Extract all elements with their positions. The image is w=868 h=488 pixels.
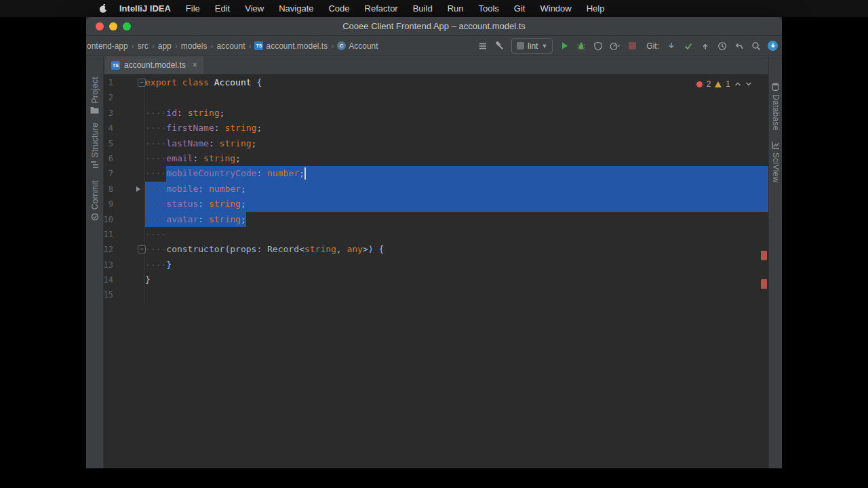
code-line[interactable]: 8····mobile: number; [104,182,768,197]
code-line[interactable]: 4····firstName: string; [104,121,768,136]
code-token: string [203,153,235,163]
debug-button[interactable] [576,41,587,52]
code-text[interactable] [145,287,768,302]
tool-button-commit[interactable]: Commit [86,180,103,221]
code-text[interactable]: ···· [145,227,768,242]
code-text[interactable]: ····} [145,258,768,272]
error-stripe-mark[interactable] [761,251,767,260]
code-text[interactable]: } [145,272,768,287]
code-line[interactable]: 6····email: string; [104,151,768,166]
git-update-project-button[interactable] [666,41,677,52]
code-line[interactable]: 10····avatar: string; [104,212,768,227]
code-text[interactable]: ····mobile: number; [145,182,768,197]
previous-problem-button[interactable] [734,81,741,87]
code-text[interactable]: ····mobileCountryCode: number; [145,166,768,181]
tool-button-project[interactable]: Project [86,77,103,114]
breadcrumb-item-src[interactable]: src [138,41,149,51]
code-line[interactable]: 1−export class Account { [104,75,768,90]
menu-item-build[interactable]: Build [406,3,440,14]
code-editor[interactable]: 1−export class Account {23····id: string… [104,75,768,468]
menu-item-file[interactable]: File [178,3,208,14]
breadcrumb-label: account [216,41,245,51]
ide-updates-icon[interactable] [768,41,778,51]
menu-item-git[interactable]: Git [507,3,533,14]
menu-item-help[interactable]: Help [579,3,612,14]
code-line[interactable]: 14} [104,272,768,287]
code-line[interactable]: 12−····constructor(props: Record<string,… [104,242,768,257]
tool-button-sciview[interactable]: SciView [769,141,782,183]
line-number: 15 [104,287,113,302]
structure-list-icon[interactable] [477,41,488,52]
apple-menu-icon[interactable] [99,3,108,14]
breadcrumb-item-account-model-ts[interactable]: TSaccount.model.ts [254,41,328,51]
line-number: 11 [104,227,113,242]
menu-item-edit[interactable]: Edit [208,3,237,14]
window-title: Cooee Client Frontend App – account.mode… [86,17,782,36]
error-stripe[interactable] [760,75,768,468]
tab-close-icon[interactable]: × [193,60,197,70]
search-everywhere-icon[interactable] [751,41,762,52]
gutter: 13 [104,258,145,272]
line-number: 14 [104,272,113,287]
menu-item-window[interactable]: Window [532,3,578,14]
code-text[interactable]: ····status: string; [145,197,768,211]
code-text[interactable]: ····lastName: string; [145,136,768,151]
error-stripe-mark[interactable] [761,279,767,289]
menu-item-navigate[interactable]: Navigate [271,3,321,14]
code-token: : [193,153,203,163]
code-line[interactable]: 9····status: string; [104,197,768,211]
profiler-button[interactable] [610,41,620,52]
build-hammer-icon[interactable] [494,41,505,52]
menu-item-run[interactable]: Run [440,3,471,14]
code-text[interactable]: ····id: string; [145,106,768,121]
code-line[interactable]: 13····} [104,258,768,272]
menu-item-view[interactable]: View [237,3,271,14]
menu-item-code[interactable]: Code [321,3,357,14]
code-text[interactable] [145,90,768,105]
gutter: 3 [104,106,145,121]
tool-button-label: Commit [90,180,100,209]
code-text[interactable]: ····constructor(props: Record<string, an… [145,242,768,257]
code-line[interactable]: 7····mobileCountryCode: number; [104,166,768,181]
next-problem-button[interactable] [745,81,752,87]
git-push-button[interactable] [700,41,711,52]
breadcrumb-item-ontend-app[interactable]: ontend-app [87,41,128,51]
line-text: } [145,274,151,285]
code-token: ···· [145,214,166,224]
code-token: mobileCountryCode [166,168,256,178]
tool-button-structure[interactable]: Structure [86,123,103,169]
window-title-bar[interactable]: Cooee Client Frontend App – account.mode… [86,17,782,36]
code-text[interactable]: ····firstName: string; [145,121,768,136]
code-token: Record [267,244,299,254]
rollback-button[interactable] [734,41,745,52]
breadcrumb-item-account[interactable]: account [216,41,245,51]
menu-item-tools[interactable]: Tools [471,3,506,14]
git-commit-button[interactable] [683,41,694,52]
line-text: ····mobileCountryCode: number; [145,168,304,178]
breadcrumb-item-account[interactable]: CAccount [337,41,378,51]
menu-item-refactor[interactable]: Refactor [357,3,406,14]
menu-item-intellij-idea[interactable]: IntelliJ IDEA [112,3,178,14]
code-text[interactable]: ····email: string; [145,151,768,166]
git-label: Git: [646,41,659,51]
breadcrumb-item-app[interactable]: app [158,41,172,51]
code-text[interactable]: export class Account { [145,75,768,90]
breadcrumb-label: Account [349,41,378,51]
tool-button-database[interactable]: Database [769,83,782,131]
code-line[interactable]: 15 [104,287,768,302]
inspections-widget[interactable]: 2 1 [696,79,752,89]
stop-button[interactable] [627,41,637,52]
code-line[interactable]: 5····lastName: string; [104,136,768,151]
gutter: 5 [104,136,145,151]
breadcrumb-item-models[interactable]: models [181,41,208,51]
coverage-button[interactable] [593,41,604,52]
history-button[interactable] [717,41,728,52]
code-text[interactable]: ····avatar: string; [145,212,768,227]
editor-tab[interactable]: TSaccount.model.ts× [105,56,203,74]
code-line[interactable]: 2 [104,90,768,105]
code-line[interactable]: 3····id: string; [104,106,768,121]
run-configuration-select[interactable]: lint ▼ [511,38,553,54]
code-token: string [220,138,252,148]
run-button[interactable] [559,41,570,52]
code-line[interactable]: 11···· [104,227,768,242]
